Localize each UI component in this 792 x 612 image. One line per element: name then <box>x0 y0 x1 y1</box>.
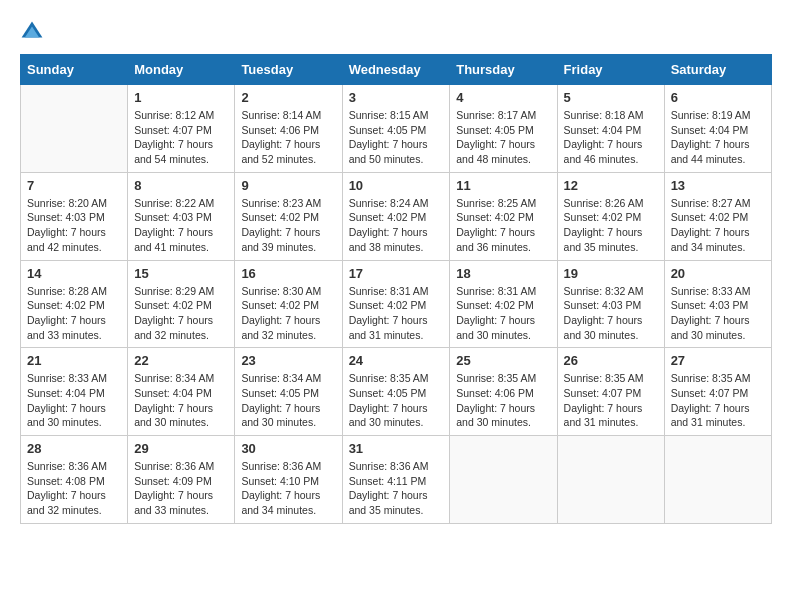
day-number: 18 <box>456 266 550 281</box>
day-info: Sunrise: 8:19 AM Sunset: 4:04 PM Dayligh… <box>671 108 765 167</box>
day-number: 3 <box>349 90 444 105</box>
calendar-cell: 28Sunrise: 8:36 AM Sunset: 4:08 PM Dayli… <box>21 436 128 524</box>
day-number: 9 <box>241 178 335 193</box>
day-info: Sunrise: 8:23 AM Sunset: 4:02 PM Dayligh… <box>241 196 335 255</box>
day-info: Sunrise: 8:36 AM Sunset: 4:11 PM Dayligh… <box>349 459 444 518</box>
day-info: Sunrise: 8:30 AM Sunset: 4:02 PM Dayligh… <box>241 284 335 343</box>
day-number: 28 <box>27 441 121 456</box>
calendar-cell: 14Sunrise: 8:28 AM Sunset: 4:02 PM Dayli… <box>21 260 128 348</box>
calendar-cell: 21Sunrise: 8:33 AM Sunset: 4:04 PM Dayli… <box>21 348 128 436</box>
day-number: 22 <box>134 353 228 368</box>
day-number: 15 <box>134 266 228 281</box>
calendar-cell <box>450 436 557 524</box>
day-info: Sunrise: 8:18 AM Sunset: 4:04 PM Dayligh… <box>564 108 658 167</box>
calendar-cell: 7Sunrise: 8:20 AM Sunset: 4:03 PM Daylig… <box>21 172 128 260</box>
calendar-cell: 27Sunrise: 8:35 AM Sunset: 4:07 PM Dayli… <box>664 348 771 436</box>
calendar-week-row: 1Sunrise: 8:12 AM Sunset: 4:07 PM Daylig… <box>21 85 772 173</box>
calendar-cell: 1Sunrise: 8:12 AM Sunset: 4:07 PM Daylig… <box>128 85 235 173</box>
day-number: 19 <box>564 266 658 281</box>
day-info: Sunrise: 8:15 AM Sunset: 4:05 PM Dayligh… <box>349 108 444 167</box>
day-number: 17 <box>349 266 444 281</box>
day-number: 5 <box>564 90 658 105</box>
day-number: 27 <box>671 353 765 368</box>
day-info: Sunrise: 8:12 AM Sunset: 4:07 PM Dayligh… <box>134 108 228 167</box>
calendar-week-row: 21Sunrise: 8:33 AM Sunset: 4:04 PM Dayli… <box>21 348 772 436</box>
day-info: Sunrise: 8:17 AM Sunset: 4:05 PM Dayligh… <box>456 108 550 167</box>
day-number: 25 <box>456 353 550 368</box>
day-number: 7 <box>27 178 121 193</box>
day-info: Sunrise: 8:35 AM Sunset: 4:07 PM Dayligh… <box>564 371 658 430</box>
day-info: Sunrise: 8:28 AM Sunset: 4:02 PM Dayligh… <box>27 284 121 343</box>
day-number: 2 <box>241 90 335 105</box>
day-info: Sunrise: 8:27 AM Sunset: 4:02 PM Dayligh… <box>671 196 765 255</box>
calendar-cell: 11Sunrise: 8:25 AM Sunset: 4:02 PM Dayli… <box>450 172 557 260</box>
calendar-cell: 22Sunrise: 8:34 AM Sunset: 4:04 PM Dayli… <box>128 348 235 436</box>
weekday-header: Tuesday <box>235 55 342 85</box>
day-number: 4 <box>456 90 550 105</box>
page-header <box>20 20 772 44</box>
calendar-week-row: 28Sunrise: 8:36 AM Sunset: 4:08 PM Dayli… <box>21 436 772 524</box>
day-number: 11 <box>456 178 550 193</box>
calendar-header-row: SundayMondayTuesdayWednesdayThursdayFrid… <box>21 55 772 85</box>
calendar-week-row: 7Sunrise: 8:20 AM Sunset: 4:03 PM Daylig… <box>21 172 772 260</box>
day-info: Sunrise: 8:32 AM Sunset: 4:03 PM Dayligh… <box>564 284 658 343</box>
calendar-cell: 18Sunrise: 8:31 AM Sunset: 4:02 PM Dayli… <box>450 260 557 348</box>
day-info: Sunrise: 8:31 AM Sunset: 4:02 PM Dayligh… <box>349 284 444 343</box>
calendar-cell: 2Sunrise: 8:14 AM Sunset: 4:06 PM Daylig… <box>235 85 342 173</box>
day-info: Sunrise: 8:36 AM Sunset: 4:08 PM Dayligh… <box>27 459 121 518</box>
day-info: Sunrise: 8:33 AM Sunset: 4:04 PM Dayligh… <box>27 371 121 430</box>
day-info: Sunrise: 8:24 AM Sunset: 4:02 PM Dayligh… <box>349 196 444 255</box>
calendar-cell: 29Sunrise: 8:36 AM Sunset: 4:09 PM Dayli… <box>128 436 235 524</box>
day-number: 31 <box>349 441 444 456</box>
weekday-header: Wednesday <box>342 55 450 85</box>
day-number: 1 <box>134 90 228 105</box>
day-number: 26 <box>564 353 658 368</box>
calendar-cell: 24Sunrise: 8:35 AM Sunset: 4:05 PM Dayli… <box>342 348 450 436</box>
calendar-cell: 13Sunrise: 8:27 AM Sunset: 4:02 PM Dayli… <box>664 172 771 260</box>
weekday-header: Friday <box>557 55 664 85</box>
day-number: 6 <box>671 90 765 105</box>
day-number: 21 <box>27 353 121 368</box>
day-info: Sunrise: 8:35 AM Sunset: 4:05 PM Dayligh… <box>349 371 444 430</box>
day-info: Sunrise: 8:25 AM Sunset: 4:02 PM Dayligh… <box>456 196 550 255</box>
day-number: 10 <box>349 178 444 193</box>
calendar-cell <box>664 436 771 524</box>
day-info: Sunrise: 8:35 AM Sunset: 4:06 PM Dayligh… <box>456 371 550 430</box>
day-info: Sunrise: 8:35 AM Sunset: 4:07 PM Dayligh… <box>671 371 765 430</box>
calendar-cell: 15Sunrise: 8:29 AM Sunset: 4:02 PM Dayli… <box>128 260 235 348</box>
weekday-header: Sunday <box>21 55 128 85</box>
weekday-header: Saturday <box>664 55 771 85</box>
day-info: Sunrise: 8:36 AM Sunset: 4:09 PM Dayligh… <box>134 459 228 518</box>
day-info: Sunrise: 8:33 AM Sunset: 4:03 PM Dayligh… <box>671 284 765 343</box>
day-info: Sunrise: 8:36 AM Sunset: 4:10 PM Dayligh… <box>241 459 335 518</box>
day-number: 20 <box>671 266 765 281</box>
calendar-cell: 10Sunrise: 8:24 AM Sunset: 4:02 PM Dayli… <box>342 172 450 260</box>
weekday-header: Monday <box>128 55 235 85</box>
calendar-cell: 19Sunrise: 8:32 AM Sunset: 4:03 PM Dayli… <box>557 260 664 348</box>
day-info: Sunrise: 8:34 AM Sunset: 4:04 PM Dayligh… <box>134 371 228 430</box>
calendar-cell: 12Sunrise: 8:26 AM Sunset: 4:02 PM Dayli… <box>557 172 664 260</box>
logo-icon <box>20 20 44 44</box>
day-number: 13 <box>671 178 765 193</box>
calendar-cell: 3Sunrise: 8:15 AM Sunset: 4:05 PM Daylig… <box>342 85 450 173</box>
calendar-cell: 26Sunrise: 8:35 AM Sunset: 4:07 PM Dayli… <box>557 348 664 436</box>
calendar-cell: 20Sunrise: 8:33 AM Sunset: 4:03 PM Dayli… <box>664 260 771 348</box>
day-info: Sunrise: 8:20 AM Sunset: 4:03 PM Dayligh… <box>27 196 121 255</box>
day-number: 29 <box>134 441 228 456</box>
day-info: Sunrise: 8:34 AM Sunset: 4:05 PM Dayligh… <box>241 371 335 430</box>
day-number: 24 <box>349 353 444 368</box>
calendar-cell: 17Sunrise: 8:31 AM Sunset: 4:02 PM Dayli… <box>342 260 450 348</box>
day-number: 30 <box>241 441 335 456</box>
day-info: Sunrise: 8:29 AM Sunset: 4:02 PM Dayligh… <box>134 284 228 343</box>
day-number: 23 <box>241 353 335 368</box>
day-info: Sunrise: 8:22 AM Sunset: 4:03 PM Dayligh… <box>134 196 228 255</box>
calendar-cell: 8Sunrise: 8:22 AM Sunset: 4:03 PM Daylig… <box>128 172 235 260</box>
calendar-cell: 31Sunrise: 8:36 AM Sunset: 4:11 PM Dayli… <box>342 436 450 524</box>
calendar-cell <box>21 85 128 173</box>
calendar-table: SundayMondayTuesdayWednesdayThursdayFrid… <box>20 54 772 524</box>
calendar-cell: 5Sunrise: 8:18 AM Sunset: 4:04 PM Daylig… <box>557 85 664 173</box>
calendar-cell: 30Sunrise: 8:36 AM Sunset: 4:10 PM Dayli… <box>235 436 342 524</box>
calendar-cell: 16Sunrise: 8:30 AM Sunset: 4:02 PM Dayli… <box>235 260 342 348</box>
calendar-cell: 23Sunrise: 8:34 AM Sunset: 4:05 PM Dayli… <box>235 348 342 436</box>
logo <box>20 20 48 44</box>
